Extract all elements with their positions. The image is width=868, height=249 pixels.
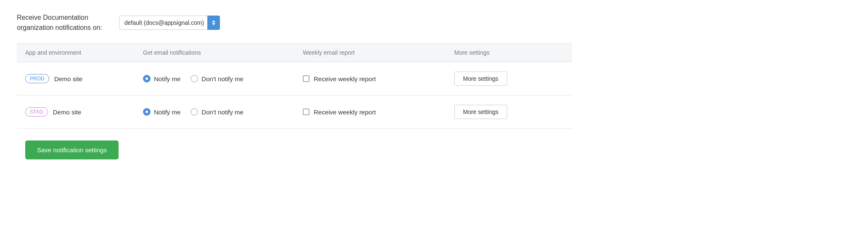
dont-notify-radio-stag[interactable]: [191, 108, 198, 116]
env-badge-stag: STAG: [25, 107, 48, 117]
col-header-app-env: App and environment: [25, 49, 143, 56]
env-badge-prod: PROD: [25, 74, 49, 83]
app-env-cell-stag: STAG Demo site: [25, 107, 143, 117]
col-header-more-settings: More settings: [454, 49, 564, 56]
more-settings-cell-stag: More settings: [454, 105, 564, 119]
notify-me-label-prod: Notify me: [154, 75, 180, 82]
col-header-weekly-report: Weekly email report: [303, 49, 454, 56]
dont-notify-radio-prod[interactable]: [191, 75, 198, 82]
more-settings-button-stag[interactable]: More settings: [454, 105, 507, 119]
notify-me-option-prod[interactable]: Notify me: [143, 75, 180, 82]
weekly-report-checkbox-prod[interactable]: [303, 75, 310, 82]
weekly-report-option-prod[interactable]: Receive weekly report: [303, 75, 454, 82]
save-notification-settings-button[interactable]: Save notification settings: [25, 140, 119, 159]
notify-me-radio-stag[interactable]: [143, 108, 151, 116]
app-name-prod: Demo site: [54, 75, 83, 82]
bottom-section: Save notification settings: [17, 129, 572, 159]
notification-radio-group-stag: Notify me Don't notify me: [143, 108, 303, 116]
notify-me-option-stag[interactable]: Notify me: [143, 108, 180, 116]
table-row: STAG Demo site Notify me Don't notify me…: [17, 95, 572, 129]
more-settings-cell-prod: More settings: [454, 72, 564, 86]
notification-radio-group-prod: Notify me Don't notify me: [143, 75, 303, 82]
dont-notify-label-prod: Don't notify me: [201, 75, 243, 82]
weekly-report-option-stag[interactable]: Receive weekly report: [303, 109, 454, 116]
col-header-get-email: Get email notifications: [143, 49, 303, 56]
org-notification-label: Receive Documentation organization notif…: [17, 13, 102, 33]
weekly-report-checkbox-stag[interactable]: [303, 109, 310, 115]
dont-notify-label-stag: Don't notify me: [201, 109, 243, 116]
table-row: PROD Demo site Notify me Don't notify me…: [17, 62, 572, 95]
email-select-wrapper: default (docs@appsignal.com): [119, 16, 220, 30]
weekly-report-label-stag: Receive weekly report: [314, 109, 376, 116]
weekly-report-label-prod: Receive weekly report: [314, 75, 376, 82]
dont-notify-option-prod[interactable]: Don't notify me: [191, 75, 243, 82]
app-name-stag: Demo site: [53, 109, 82, 116]
more-settings-button-prod[interactable]: More settings: [454, 72, 507, 86]
notify-me-label-stag: Notify me: [154, 109, 180, 116]
weekly-report-cell-prod: Receive weekly report: [303, 75, 454, 82]
email-select[interactable]: default (docs@appsignal.com): [119, 16, 220, 30]
app-env-cell-prod: PROD Demo site: [25, 74, 143, 83]
table-header: App and environment Get email notificati…: [17, 43, 572, 62]
weekly-report-cell-stag: Receive weekly report: [303, 109, 454, 116]
dont-notify-option-stag[interactable]: Don't notify me: [191, 108, 243, 116]
notify-me-radio-prod[interactable]: [143, 75, 151, 82]
